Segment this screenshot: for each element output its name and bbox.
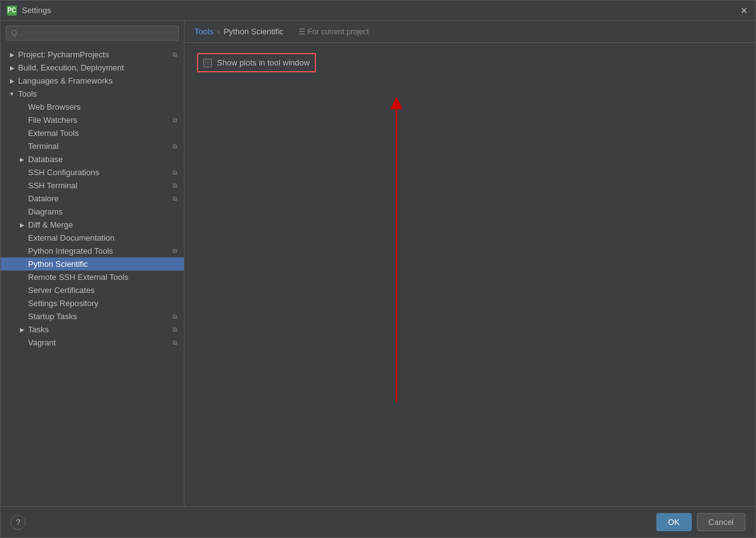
sidebar-item-label: File Watchers	[28, 115, 168, 125]
app-icon: PC	[7, 6, 17, 16]
sidebar-item-languages[interactable]: Languages & Frameworks	[1, 74, 184, 87]
settings-content: Show plots in tool window	[184, 43, 755, 506]
show-plots-label: Show plots in tool window	[217, 58, 310, 67]
copy-icon: ⧉	[170, 339, 179, 347]
sidebar-item-label: Tools	[18, 89, 179, 98]
search-input[interactable]	[6, 26, 179, 41]
sidebar-item-vagrant[interactable]: Vagrant ⧉	[1, 336, 184, 349]
sidebar-item-label: Database	[28, 155, 179, 164]
close-button[interactable]: ✕	[739, 6, 749, 16]
main-panel: Tools › Python Scientific ☰ For current …	[184, 21, 755, 506]
sidebar-item-ssh-configurations[interactable]: SSH Configurations ⧉	[1, 166, 184, 179]
sidebar-item-label: Remote SSH External Tools	[28, 272, 179, 282]
sidebar-item-diagrams[interactable]: Diagrams	[1, 205, 184, 218]
copy-icon: ⧉	[170, 247, 179, 256]
sidebar-item-label: External Tools	[28, 128, 179, 138]
sidebar-item-remote-ssh[interactable]: Remote SSH External Tools	[1, 271, 184, 284]
sidebar-item-ssh-terminal[interactable]: SSH Terminal ⧉	[1, 179, 184, 192]
copy-icon: ⧉	[170, 168, 179, 177]
title-bar: PC Settings ✕	[1, 1, 755, 21]
breadcrumb-current: Python Scientific	[224, 27, 284, 36]
copy-icon: ⧉	[170, 312, 179, 321]
window-title: Settings	[22, 6, 739, 15]
content-area: Project: PycharmProjects ⧉ Build, Execut…	[1, 21, 755, 506]
collapse-arrow-diff	[18, 221, 26, 229]
show-plots-checkbox[interactable]	[203, 59, 212, 67]
sidebar-item-label: Web Browsers	[28, 102, 179, 112]
sidebar-item-label: Datalore	[28, 194, 168, 203]
sidebar-item-label: Terminal	[28, 142, 168, 151]
sidebar-item-label: Diff & Merge	[28, 220, 179, 229]
sidebar-item-external-documentation[interactable]: External Documentation	[1, 231, 184, 244]
sidebar-item-diff-merge[interactable]: Diff & Merge	[1, 218, 184, 231]
sidebar-item-label: Project: PycharmProjects	[18, 50, 168, 59]
collapse-arrow-languages	[8, 77, 16, 85]
sidebar-item-datalore[interactable]: Datalore ⧉	[1, 192, 184, 205]
sidebar-tree: Project: PycharmProjects ⧉ Build, Execut…	[1, 46, 184, 506]
show-plots-checkbox-row[interactable]: Show plots in tool window	[197, 53, 316, 72]
settings-window: PC Settings ✕ Project: PycharmProjects ⧉…	[0, 0, 756, 538]
collapse-arrow-tasks	[18, 326, 26, 334]
sidebar-item-label: Python Scientific	[28, 259, 179, 269]
project-icon: ☰	[299, 27, 305, 36]
sidebar-item-file-watchers[interactable]: File Watchers ⧉	[1, 113, 184, 127]
copy-icon: ⧉	[170, 181, 179, 190]
breadcrumb-bar: Tools › Python Scientific ☰ For current …	[184, 21, 755, 43]
sidebar-item-label: Build, Execution, Deployment	[18, 63, 179, 72]
sidebar-item-python-integrated-tools[interactable]: Python Integrated Tools ⧉	[1, 244, 184, 257]
ok-button[interactable]: OK	[656, 513, 692, 531]
sidebar-item-server-certificates[interactable]: Server Certificates	[1, 284, 184, 297]
breadcrumb: Tools › Python Scientific	[194, 27, 284, 36]
copy-icon: ⧉	[170, 50, 179, 59]
sidebar-item-python-scientific[interactable]: Python Scientific	[1, 257, 184, 271]
copy-icon: ⧉	[170, 325, 179, 334]
sidebar-item-settings-repository[interactable]: Settings Repository	[1, 297, 184, 310]
sidebar-item-tasks[interactable]: Tasks ⧉	[1, 323, 184, 336]
sidebar: Project: PycharmProjects ⧉ Build, Execut…	[1, 21, 184, 506]
sidebar-item-label: SSH Terminal	[28, 181, 168, 190]
sidebar-item-startup-tasks[interactable]: Startup Tasks ⧉	[1, 310, 184, 323]
sidebar-item-terminal[interactable]: Terminal ⧉	[1, 140, 184, 153]
collapse-arrow-project	[8, 51, 16, 59]
breadcrumb-parent[interactable]: Tools	[194, 27, 213, 36]
breadcrumb-separator: ›	[217, 27, 219, 36]
sidebar-item-tools[interactable]: Tools	[1, 87, 184, 100]
sidebar-item-label: Languages & Frameworks	[18, 76, 179, 85]
sidebar-item-label: Diagrams	[28, 207, 179, 216]
copy-icon: ⧉	[170, 195, 179, 203]
sidebar-item-label: Tasks	[28, 325, 168, 334]
breadcrumb-project: ☰ For current project	[299, 27, 369, 36]
sidebar-item-label: Settings Repository	[28, 299, 179, 308]
copy-icon: ⧉	[170, 142, 179, 151]
collapse-arrow-database	[18, 156, 26, 163]
collapse-arrow-tools	[8, 90, 16, 98]
sidebar-item-build[interactable]: Build, Execution, Deployment	[1, 61, 184, 74]
sidebar-item-label: Python Integrated Tools	[28, 246, 168, 256]
sidebar-item-label: External Documentation	[28, 233, 179, 243]
sidebar-item-web-browsers[interactable]: Web Browsers	[1, 100, 184, 113]
bottom-bar: ? OK Cancel	[1, 506, 755, 537]
cancel-button[interactable]: Cancel	[697, 513, 745, 531]
help-button[interactable]: ?	[11, 515, 26, 530]
collapse-arrow-build	[8, 64, 16, 72]
sidebar-item-project[interactable]: Project: PycharmProjects ⧉	[1, 48, 184, 61]
sidebar-item-label: SSH Configurations	[28, 168, 168, 177]
annotation-arrow-overlay	[368, 65, 755, 475]
sidebar-item-external-tools[interactable]: External Tools	[1, 127, 184, 140]
copy-icon: ⧉	[170, 116, 179, 125]
project-label: For current project	[308, 27, 369, 36]
sidebar-item-label: Vagrant	[28, 338, 168, 347]
sidebar-item-label: Startup Tasks	[28, 312, 168, 321]
sidebar-item-database[interactable]: Database	[1, 153, 184, 166]
sidebar-item-label: Server Certificates	[28, 286, 179, 295]
